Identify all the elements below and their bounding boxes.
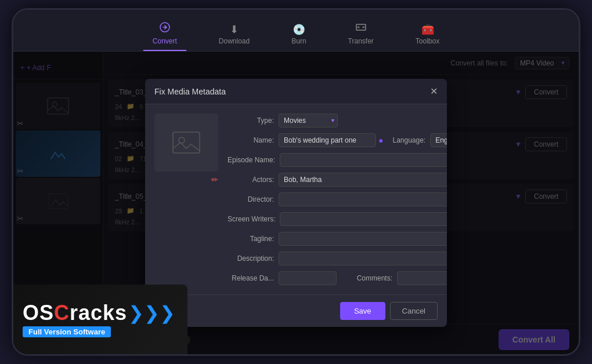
release-comments-row: Release Da... Comments: [228,271,447,285]
screenwriters-row: Screen Writers: [228,212,447,226]
language-label: Language: [392,136,425,144]
episode-row: Episode Name: [228,153,447,167]
name-label: Name: [228,136,274,144]
transfer-icon [355,21,367,35]
comments-input[interactable] [397,271,447,285]
nav-download[interactable]: ⬇ Download [210,20,259,51]
oscracks-logo-row: OSCracks ❯❯❯ [23,302,175,324]
episode-label: Episode Name: [228,156,275,164]
type-row: Type: Movies TV Shows Music Videos ▼ [228,114,447,128]
screenwriters-label: Screen Writers: [228,215,275,223]
top-nav: Convert ⬇ Download 💿 Burn Transfer 🧰 Too… [13,10,579,52]
modal: Fix Media Metadata ✕ [145,79,447,327]
modal-body: ✏ Type: Movies TV Shows Mus [145,104,447,294]
description-label: Description: [228,254,274,263]
main-area: + + Add F ✂ [13,52,579,354]
description-row: Description: [228,252,447,265]
svg-point-6 [179,137,185,143]
nav-transfer-label: Transfer [348,37,374,45]
modal-close-button[interactable]: ✕ [430,86,438,97]
modal-footer: Save Cancel [145,294,447,327]
modal-title: Fix Media Metadata [154,87,226,96]
burn-icon: 💿 [293,24,305,35]
tagline-input[interactable] [279,232,447,246]
actors-row: Actors: [228,173,447,187]
save-button[interactable]: Save [340,302,385,320]
cursor-indicator: ● [378,136,383,145]
modal-form: Type: Movies TV Shows Music Videos ▼ [228,114,447,285]
nav-toolbox-label: Toolbox [416,37,439,45]
nav-burn-label: Burn [291,37,306,45]
director-input[interactable] [279,192,447,206]
release-input[interactable] [279,271,337,285]
cancel-button[interactable]: Cancel [390,302,438,320]
nav-toolbox[interactable]: 🧰 Toolbox [406,20,449,51]
name-input[interactable] [279,133,376,147]
modal-header: Fix Media Metadata ✕ [145,79,447,104]
modal-edit-icon: ✏ [154,175,218,184]
director-row: Director: [228,192,447,206]
modal-left-panel: ✏ [154,114,218,285]
tagline-label: Tagline: [228,235,274,243]
nav-transfer[interactable]: Transfer [339,17,383,51]
screenwriters-input[interactable] [280,212,447,226]
actors-label: Actors: [228,176,274,184]
oscracks-overlay: OSCracks ❯❯❯ Full Version Software [13,285,187,354]
download-icon: ⬇ [230,24,239,35]
nav-download-label: Download [219,37,250,45]
nav-convert-label: Convert [153,37,177,45]
episode-input[interactable] [280,153,447,167]
comments-label: Comments: [346,274,392,282]
svg-rect-5 [173,132,200,153]
nav-convert[interactable]: Convert [143,17,186,51]
director-label: Director: [228,195,274,203]
oscracks-subtitle: Full Version Software [23,326,111,337]
oscracks-arrows: ❯❯❯ [128,302,175,324]
name-language-row: Name: ● Language: English Spanish French [228,133,447,147]
type-select[interactable]: Movies TV Shows Music Videos [279,114,338,128]
tagline-row: Tagline: [228,232,447,246]
release-label: Release Da... [228,274,274,282]
nav-burn[interactable]: 💿 Burn [282,20,315,51]
convert-icon [159,21,171,35]
type-label: Type: [228,117,274,125]
modal-thumbnail [154,114,218,172]
language-select-wrapper: English Spanish French ▼ [430,133,447,147]
language-select[interactable]: English Spanish French [430,133,447,147]
toolbox-icon: 🧰 [421,24,434,35]
device-frame: Convert ⬇ Download 💿 Burn Transfer 🧰 Too… [12,8,580,356]
type-select-wrapper: Movies TV Shows Music Videos ▼ [279,114,338,128]
description-input[interactable] [279,252,447,265]
thumbnail-edit-icon[interactable]: ✏ [211,175,218,184]
actors-input[interactable] [279,173,447,187]
oscracks-title: OSCracks [23,303,127,323]
